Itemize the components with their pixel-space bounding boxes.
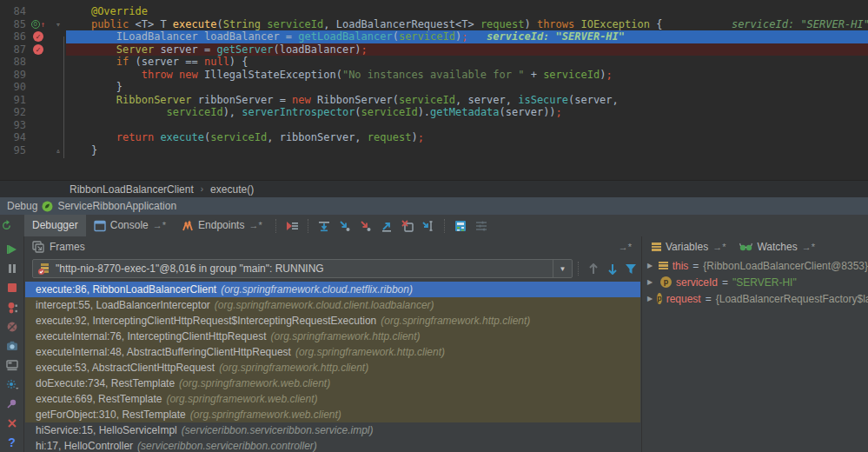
frame-up-icon[interactable] [584,263,603,275]
thread-label: "http-nio-8770-exec-1"@8,016 in group "m… [56,263,324,275]
override-method-icon[interactable]: o↑ [26,18,50,31]
stack-frame-row[interactable]: intercept:55, LoadBalancerInterceptor(or… [25,297,640,313]
pin-tab-icon[interactable] [0,395,23,414]
evaluate-expression-icon[interactable] [450,216,471,236]
stack-frame-row[interactable]: execute:669, RestTemplate(org.springfram… [25,391,640,407]
stack-frame-row[interactable]: execute:53, AbstractClientHttpRequest(or… [25,360,640,376]
layout-settings-icon[interactable] [471,216,492,236]
frame-package: (org.springframework.http.client) [295,346,445,358]
variable-row[interactable]: ▶prequest={LoadBalancerRequestFactory$la… [642,290,868,307]
tab-console[interactable]: Console →* [86,215,174,236]
gutter[interactable]: 95▵ [0,144,66,157]
pause-program-icon[interactable] [0,259,23,278]
code-line[interactable]: 86✓ ILoadBalancer loadBalancer = getLoad… [0,30,868,43]
stack-frame-row[interactable]: hiService:15, HelloServiceImpl(serviceri… [25,422,640,438]
code-editor[interactable]: 84 @Override85o↑▿ public <T> T execute(S… [0,0,868,180]
breakpoint-icon[interactable]: ✓ [26,30,50,43]
expand-arrow-icon[interactable]: ▶ [647,295,653,302]
thread-dump-camera-icon[interactable] [0,336,23,356]
step-into-icon[interactable] [335,216,355,236]
gutter[interactable]: 93 [0,119,66,132]
variable-row[interactable]: ▶pserviceId="SERVER-HI" [642,274,868,290]
view-breakpoints-icon[interactable] [0,298,23,317]
gutter[interactable]: 87✓ [0,43,66,56]
tab-debugger[interactable]: Debugger [24,215,86,236]
equals-sign: = [692,260,699,272]
breadcrumb-method[interactable]: execute() [210,183,254,196]
gutter-space[interactable] [26,94,50,107]
frame-down-icon[interactable] [603,263,622,275]
run-to-cursor-icon[interactable] [418,216,439,236]
stop-process-icon[interactable] [0,278,23,297]
spring-boot-icon [42,201,53,212]
code-text: if (server == null) { [66,56,868,69]
code-line[interactable]: 93 [0,119,868,132]
tab-endpoints[interactable]: Endpoints →* [174,215,270,236]
stack-frame-row[interactable]: executeInternal:48, AbstractBufferingCli… [25,344,640,360]
expand-arrow-icon[interactable]: ▶ [647,262,654,269]
thread-dropdown-arrow-icon[interactable]: ▼ [553,260,572,277]
gutter[interactable]: 91 [0,94,66,107]
drop-frame-icon[interactable] [397,216,418,236]
code-line[interactable]: 90 } [0,81,868,94]
resume-program-icon[interactable] [0,240,23,259]
code-line[interactable]: 95▵ } [0,144,868,157]
show-execution-point-icon[interactable] [282,216,302,236]
step-out-icon[interactable] [376,216,397,236]
stack-frame-row[interactable]: hi:17, HelloController(serviceribbon.ser… [25,438,640,452]
line-number: 91 [0,94,26,107]
hide-library-frames-filter-icon[interactable] [621,263,640,275]
tab-watches[interactable]: Watches →* [733,236,821,257]
fold-space[interactable] [50,5,66,18]
gutter[interactable]: 92 [0,106,66,119]
expand-arrow-icon[interactable]: ▶ [647,278,656,286]
gutter[interactable]: 88 [0,56,66,69]
gutter[interactable]: 84 [0,5,66,18]
tab-variables[interactable]: Variables →* [646,236,732,257]
variable-row[interactable]: ▶this={RibbonLoadBalancerClient@8353} [642,257,868,274]
gutter[interactable]: 94 [0,131,66,144]
stack-frame-row[interactable]: execute:92, InterceptingClientHttpReques… [25,313,640,329]
breadcrumb-class[interactable]: RibbonLoadBalancerClient [70,183,194,196]
code-line[interactable]: 89 throw new IllegalStateException("No i… [0,69,868,82]
fold-guide-line [63,37,64,158]
tab-drag-hint: →* [802,242,815,252]
gutter-space[interactable] [26,131,50,144]
code-line[interactable]: 87✓ Server server = getServer(loadBalanc… [0,43,868,56]
stack-frame-row[interactable]: doExecute:734, RestTemplate(org.springfr… [25,376,640,391]
fold-open-icon[interactable]: ▿ [50,18,66,31]
thread-selector[interactable]: "http-nio-8770-exec-1"@8,016 in group "m… [32,259,573,278]
rerun-debug-icon[interactable] [0,219,24,232]
gutter-space[interactable] [26,5,50,18]
code-line[interactable]: 92 serviceId), serverIntrospector(servic… [0,106,868,119]
gutter-space[interactable] [26,69,50,82]
debugger-settings-icon[interactable] [0,375,23,394]
gutter-space[interactable] [26,81,50,94]
gutter-space[interactable] [26,106,50,119]
code-line[interactable]: 94 return execute(serviceId, ribbonServe… [0,131,868,144]
toolbar-separator [578,262,579,276]
stack-frame-row[interactable]: getForObject:310, RestTemplate(org.sprin… [25,407,640,422]
code-line[interactable]: 85o↑▿ public <T> T execute(String servic… [0,18,868,31]
breakpoint-icon[interactable]: ✓ [26,43,50,56]
gutter-space[interactable] [26,56,50,69]
line-number: 90 [0,81,26,94]
gutter[interactable]: 86✓ [0,30,66,43]
close-toolwindow-icon[interactable] [0,414,23,433]
code-line[interactable]: 91 RibbonServer ribbonServer = new Ribbo… [0,94,868,107]
help-icon[interactable]: ? [0,433,23,452]
stack-frame-row[interactable]: executeInternal:76, InterceptingClientHt… [25,329,640,344]
step-over-icon[interactable] [314,216,335,236]
gutter-space[interactable] [26,119,50,132]
gutter[interactable]: 89 [0,69,66,82]
mute-breakpoints-icon[interactable] [0,317,23,336]
code-line[interactable]: 88 if (server == null) { [0,56,868,69]
code-line[interactable]: 84 @Override [0,5,868,18]
force-step-into-icon[interactable] [355,216,376,236]
restore-layout-icon[interactable] [0,356,23,375]
stack-frame-row[interactable]: execute:86, RibbonLoadBalancerClient(org… [25,282,640,297]
line-number: 87 [0,43,26,56]
gutter[interactable]: 90 [0,81,66,94]
gutter[interactable]: 85o↑▿ [0,18,66,31]
gutter-space[interactable] [26,144,50,157]
